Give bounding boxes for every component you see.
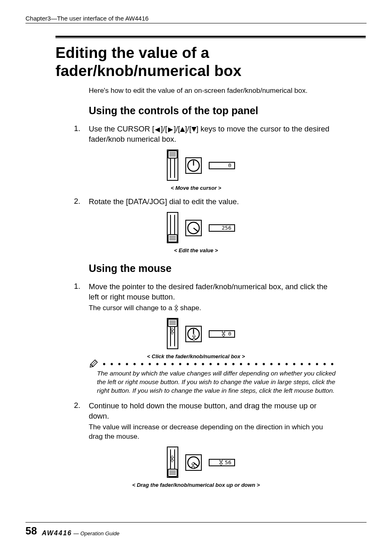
numeric-value: 56 — [225, 459, 231, 465]
note: ••••••••••••••••••••••••••••••••••••••••… — [89, 362, 339, 395]
product-logo: AW4416 — [42, 530, 72, 537]
section-title-1: Using the controls of the top panel — [89, 105, 367, 117]
cursor-down-icon — [191, 127, 196, 132]
page: Chapter3—The user interface of the AW441… — [0, 0, 392, 555]
text: ]/[ — [161, 124, 167, 133]
step-number: 2. — [74, 197, 89, 206]
svg-line-46 — [92, 361, 96, 366]
svg-line-26 — [194, 228, 198, 231]
step-number: 1. — [74, 124, 89, 133]
text: ]/[ — [185, 124, 191, 133]
section-title-2: Using the mouse — [89, 263, 367, 274]
fader-knob-box-illustration: 0 — [147, 149, 245, 182]
text: ]/[ — [174, 124, 180, 133]
page-title: Editing the value of a fader/knob/numeri… — [55, 44, 367, 80]
svg-rect-50 — [168, 469, 177, 477]
intro-text: Here's how to edit the value of an on-sc… — [89, 87, 334, 95]
svg-marker-0 — [155, 127, 160, 132]
footer: 58 AW4416 — Operation Guide — [25, 522, 367, 537]
cursor-up-icon — [180, 127, 185, 132]
figure-click-box: 0 < Click the fader/knob/numerical box > — [25, 317, 367, 359]
fader-knob-box-illustration: 56 — [147, 446, 245, 479]
svg-marker-1 — [168, 127, 173, 132]
figure-move-cursor: 0 < Move the cursor > — [25, 149, 367, 191]
figure-edit-value: 256 < Edit the value > — [25, 211, 367, 253]
svg-marker-2 — [180, 127, 185, 132]
text: The cursor will change to a — [89, 304, 174, 312]
figure-caption: < Move the cursor > — [25, 185, 367, 191]
svg-rect-19 — [168, 235, 177, 242]
fader-knob-box-illustration: 256 — [147, 211, 245, 244]
updown-arrow-icon — [174, 305, 178, 311]
cursor-left-icon — [154, 127, 161, 132]
numeric-value: 256 — [222, 225, 231, 231]
note-text: The amount by which the value changes wi… — [97, 369, 339, 395]
page-number: 58 — [25, 525, 37, 537]
step: 1. Move the pointer to the desired fader… — [74, 282, 339, 313]
step-head: Continue to hold down the mouse button, … — [89, 401, 339, 421]
step: 2. Rotate the [DATA/JOG] dial to edit th… — [74, 197, 339, 207]
figure-drag-box: 56 < Drag the fader/knob/numerical box u… — [25, 446, 367, 488]
step-sub: The cursor will change to a shape. — [89, 303, 339, 313]
step-head: Use the CURSOR []/[]/[]/[] keys to move … — [89, 124, 339, 145]
step: 2. Continue to hold down the mouse butto… — [74, 401, 339, 442]
numeric-value: 0 — [228, 331, 231, 337]
svg-marker-55 — [171, 456, 174, 462]
footer-guide: — Operation Guide — [72, 530, 120, 537]
svg-marker-61 — [219, 459, 223, 465]
svg-rect-7 — [168, 151, 177, 158]
svg-marker-28 — [175, 305, 178, 311]
step-number: 2. — [74, 401, 89, 410]
step-sub: The value will increase or decrease depe… — [89, 422, 339, 442]
divider — [25, 23, 367, 23]
figure-caption: < Click the fader/knob/numerical box > — [25, 353, 367, 359]
step-number: 1. — [74, 282, 89, 291]
pencil-icon — [88, 359, 99, 369]
fader-knob-box-illustration: 0 — [147, 317, 245, 350]
svg-marker-37 — [171, 328, 174, 334]
numeric-value: 0 — [228, 162, 231, 168]
title-rule-thin — [55, 38, 366, 38]
svg-rect-32 — [168, 319, 177, 327]
step-head: Move the pointer to the desired fader/kn… — [89, 282, 339, 302]
title-rule-thick — [55, 36, 366, 37]
figure-caption: < Drag the fader/knob/numerical box up o… — [25, 482, 367, 488]
chapter-header: Chapter3—The user interface of the AW441… — [25, 15, 367, 22]
cursor-right-icon — [167, 127, 174, 132]
figure-caption: < Edit the value > — [25, 247, 367, 253]
svg-marker-3 — [191, 127, 196, 132]
step: 1. Use the CURSOR []/[]/[]/[] keys to mo… — [74, 124, 339, 145]
text: Use the CURSOR [ — [89, 124, 154, 133]
svg-marker-43 — [222, 330, 225, 337]
step-head: Rotate the [DATA/JOG] dial to edit the v… — [89, 197, 339, 207]
text: shape. — [178, 304, 201, 312]
